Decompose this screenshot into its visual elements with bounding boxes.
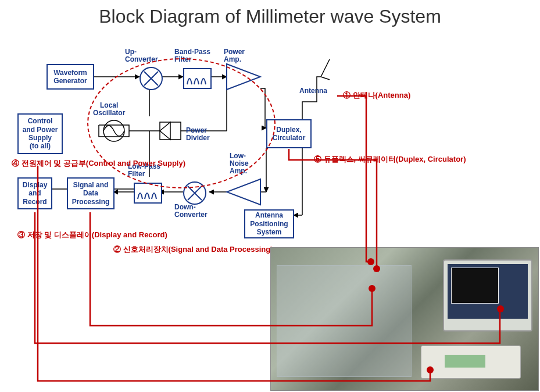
duplex-circulator-block: Duplex, Circulator <box>266 119 312 148</box>
annotation-2: ② 신호처리장치(Signal and Data Processing) <box>113 244 273 255</box>
svg-rect-7 <box>160 122 181 140</box>
antenna-label: Antenna <box>299 87 327 95</box>
waveform-generator-block: Waveform Generator <box>47 64 94 90</box>
annotation-3: ③ 저장 및 디스플레이(Display and Record) <box>17 230 167 240</box>
equipment-photo <box>270 247 539 391</box>
page-title: Block Diagram of Millimeter wave System <box>0 6 540 27</box>
power-amp-label: Power Amp. <box>224 48 245 63</box>
power-amp-symbol <box>226 63 262 93</box>
annotation-4: ④ 전원제어 및 공급부(Control and Power Supply) <box>12 158 185 169</box>
annotation-5: ⑤ 듀플렉스, 써큐레이터(Duplex, Circulator) <box>314 154 466 165</box>
up-converter-label: Up- Converter <box>125 48 158 63</box>
low-noise-amp-label: Low- Noise Amp. <box>230 152 249 176</box>
power-divider-label: Power Divider <box>186 127 210 142</box>
low-noise-amp-symbol <box>226 178 262 208</box>
bandpass-label: Band-Pass Filter <box>174 48 210 63</box>
svg-marker-25 <box>227 179 260 205</box>
display-record-block: Display and Record <box>17 177 52 209</box>
svg-point-4 <box>103 120 124 141</box>
control-power-block: Control and Power Supply (to all) <box>17 113 63 154</box>
svg-marker-22 <box>227 64 260 90</box>
lowpass-filter-symbol <box>134 183 162 204</box>
annotation-1: ① 안테나(Antenna) <box>343 90 410 101</box>
bandpass-filter-symbol <box>183 68 212 89</box>
signal-data-block: Signal and Data Processing <box>67 177 115 209</box>
antenna-positioning-block: Antenna Positioning System <box>244 209 294 238</box>
down-converter-label: Down- Converter <box>174 204 208 219</box>
local-oscillator-label: Local Oscillator <box>93 102 125 117</box>
up-converter-symbol <box>140 67 163 90</box>
down-converter-symbol <box>183 181 206 205</box>
